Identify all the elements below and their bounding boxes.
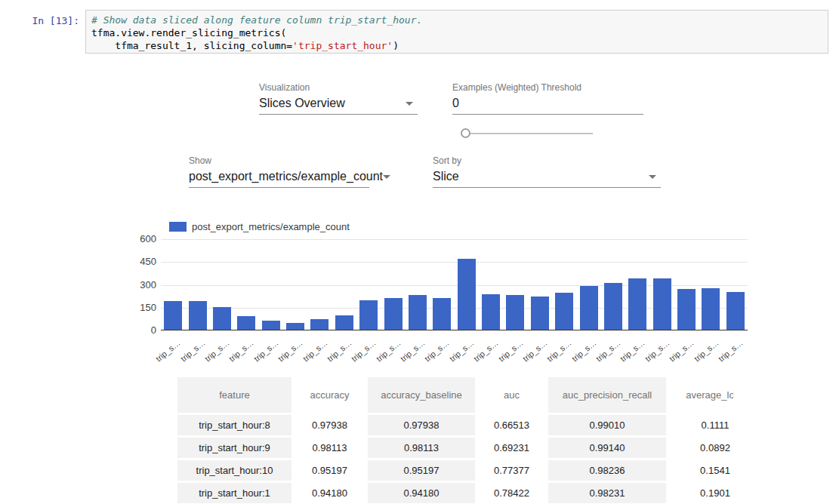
chart-bar[interactable] (213, 307, 231, 330)
legend-label: post_export_metrics/example_count (192, 221, 350, 232)
chart-bar[interactable] (677, 289, 696, 330)
code-line-3: tfma_result_1, slicing_column='trip_star… (91, 39, 822, 52)
visualization-select[interactable]: Visualization Slices Overview (259, 82, 418, 115)
chart-bar[interactable] (164, 301, 182, 330)
metric-cell: 0.98231 (548, 483, 666, 503)
metric-cell: 0.77377 (475, 460, 548, 481)
y-tick-label: 0 (121, 325, 156, 336)
table-header-row: featureaccuracyaccuracy_baselineaucauc_p… (177, 377, 733, 413)
chart-bar[interactable] (555, 293, 573, 330)
slider-track[interactable] (470, 133, 593, 134)
visualization-value: Slices Overview (259, 97, 345, 110)
metric-cell: 0.1541 (666, 460, 733, 481)
chart-bar[interactable] (653, 278, 671, 330)
column-header-average_loss[interactable]: average_loss (666, 377, 733, 413)
chart-plot (161, 239, 748, 330)
chevron-down-icon[interactable] (406, 102, 413, 106)
metric-cell: 0.66513 (475, 415, 548, 435)
metric-cell: 0.78422 (475, 483, 548, 503)
metric-cell: 0.97938 (368, 415, 475, 435)
metrics-table: featureaccuracyaccuracy_baselineaucauc_p… (177, 375, 733, 504)
table-row[interactable]: trip_start_hour:100.951970.951970.773770… (177, 460, 733, 481)
table-row[interactable]: trip_start_hour:90.981130.981130.692310.… (177, 438, 733, 458)
cell-prompt: In [13]: (15, 14, 79, 27)
sort-by-label: Sort by (433, 155, 661, 166)
chart-bar[interactable] (409, 295, 427, 330)
x-tick-label: trip_s… (154, 338, 182, 364)
metric-cell: 0.98236 (548, 460, 666, 481)
column-header-accuracy_baseline[interactable]: accuracy_baseline (368, 377, 475, 413)
metric-cell: 0.99010 (548, 415, 666, 435)
chart-x-axis: trip_s…trip_s…trip_s…trip_s…trip_s…trip_… (161, 333, 748, 361)
metric-cell: 0.69231 (475, 438, 548, 458)
metric-cell: 0.99140 (548, 438, 666, 458)
metric-cell: 0.0892 (666, 438, 733, 458)
chart-bar[interactable] (458, 259, 476, 330)
threshold-input[interactable]: Examples (Weighted) Threshold 0 (452, 82, 643, 115)
metric-cell: 0.94180 (368, 483, 475, 503)
chart-bar[interactable] (237, 316, 255, 330)
y-tick-label: 600 (121, 234, 156, 244)
chart-bar[interactable] (310, 319, 329, 330)
table-row[interactable]: trip_start_hour:80.979380.979380.665130.… (177, 415, 733, 435)
y-tick-label: 300 (121, 280, 156, 290)
metric-cell: 0.97938 (291, 415, 368, 435)
y-tick-label: 150 (121, 303, 156, 313)
metric-cell: 0.95197 (291, 460, 368, 481)
chart-bar[interactable] (702, 288, 720, 330)
slider-handle[interactable] (461, 128, 470, 138)
chart-bar[interactable] (580, 286, 598, 330)
chart-bar[interactable] (359, 300, 378, 330)
chevron-down-icon[interactable] (649, 175, 656, 179)
column-header-auc_precision_recall[interactable]: auc_precision_recall (548, 377, 666, 413)
threshold-label: Examples (Weighted) Threshold (452, 82, 643, 93)
chevron-down-icon[interactable] (383, 175, 390, 179)
feature-cell: trip_start_hour:1 (177, 483, 291, 503)
chart-bar[interactable] (384, 298, 403, 330)
show-value: post_export_metrics/example_count (189, 170, 383, 183)
feature-cell: trip_start_hour:9 (177, 438, 291, 458)
threshold-slider[interactable] (461, 128, 593, 140)
feature-cell: trip_start_hour:10 (177, 460, 291, 481)
chart-bar[interactable] (604, 283, 622, 330)
metric-cell: 0.98113 (368, 438, 475, 458)
chart-bar[interactable] (726, 292, 745, 330)
sort-by-value: Slice (433, 170, 459, 183)
y-tick-label: 450 (121, 257, 156, 267)
column-header-feature[interactable]: feature (177, 377, 291, 413)
feature-cell: trip_start_hour:8 (177, 415, 291, 435)
chart-bar[interactable] (335, 315, 353, 330)
chart-bar[interactable] (531, 297, 549, 330)
show-metric-select[interactable]: Show post_export_metrics/example_count (189, 155, 369, 188)
chart-legend: post_export_metrics/example_count (169, 221, 350, 232)
table-row[interactable]: trip_start_hour:10.941800.941800.784220.… (177, 483, 733, 503)
column-header-auc[interactable]: auc (475, 377, 548, 413)
code-cell[interactable]: # Show data sliced along feature column … (85, 10, 828, 54)
metric-cell: 0.98113 (291, 438, 368, 458)
column-header-accuracy[interactable]: accuracy (291, 377, 368, 413)
metric-cell: 0.95197 (368, 460, 475, 481)
visualization-label: Visualization (259, 82, 418, 93)
chart-bar[interactable] (482, 294, 500, 330)
chart-bar[interactable] (506, 295, 524, 330)
code-line-2: tfma.view.render_slicing_metrics( (91, 26, 822, 39)
show-label: Show (189, 155, 369, 166)
metric-cell: 0.94180 (291, 483, 368, 503)
chart-bar[interactable] (286, 323, 304, 330)
metric-cell: 0.1111 (666, 415, 733, 435)
legend-swatch-icon (169, 222, 187, 232)
chart-bar[interactable] (262, 321, 280, 330)
sort-by-select[interactable]: Sort by Slice (433, 155, 661, 188)
chart-bar[interactable] (628, 278, 646, 330)
code-comment: # Show data sliced along feature column … (91, 14, 822, 26)
chart-bar[interactable] (189, 301, 207, 330)
metric-cell: 0.1901 (666, 483, 733, 503)
chart-bar[interactable] (433, 298, 451, 330)
threshold-value[interactable]: 0 (452, 97, 459, 110)
